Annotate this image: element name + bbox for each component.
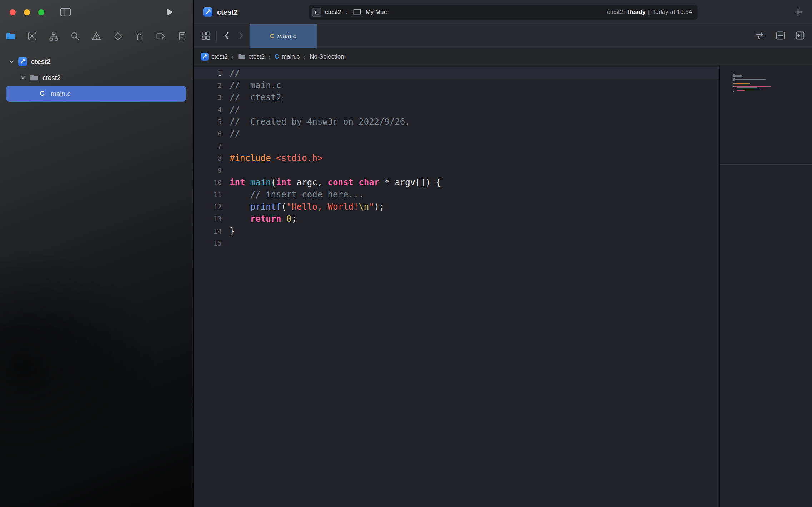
breakpoint-navigator-icon[interactable] bbox=[155, 31, 166, 41]
minimap-line bbox=[733, 75, 742, 76]
minimap-line bbox=[733, 80, 735, 81]
editor-controls bbox=[755, 24, 805, 48]
code-line[interactable]: 11 // insert code here... bbox=[194, 189, 719, 201]
forward-button[interactable] bbox=[237, 31, 245, 42]
code-line[interactable]: 12 printf("Hello, World!\n"); bbox=[194, 201, 719, 213]
status-time: Today at 19:54 bbox=[652, 9, 692, 16]
run-button[interactable] bbox=[166, 8, 174, 16]
tree-row-group[interactable]: ctest2 bbox=[6, 70, 186, 86]
jump-crumb-project[interactable]: ctest2 bbox=[201, 53, 227, 61]
tab-overview-icon[interactable] bbox=[201, 31, 211, 42]
chevron-separator: › bbox=[303, 53, 306, 61]
code-line[interactable]: 4// bbox=[194, 104, 719, 116]
line-number: 1 bbox=[194, 67, 222, 79]
code-line[interactable]: 1// bbox=[194, 67, 719, 79]
report-navigator-icon[interactable] bbox=[177, 31, 187, 41]
code-line[interactable]: 15 bbox=[194, 237, 719, 249]
code-line[interactable]: 3// ctest2 bbox=[194, 91, 719, 104]
test-navigator-icon[interactable] bbox=[112, 31, 123, 41]
add-editor-icon[interactable] bbox=[795, 31, 805, 42]
code-line[interactable]: 5// Created by 4nsw3r on 2022/9/26. bbox=[194, 116, 719, 128]
line-number: 5 bbox=[194, 116, 222, 128]
jump-crumb-selection[interactable]: No Selection bbox=[310, 53, 344, 60]
scheme-target-destination: ctest2 › My Mac bbox=[312, 8, 387, 17]
code-text: // main.c bbox=[222, 79, 281, 91]
crumb-label: main.c bbox=[282, 53, 300, 60]
code-line[interactable]: 14} bbox=[194, 225, 719, 237]
code-line[interactable]: 7 bbox=[194, 140, 719, 152]
code-line[interactable]: 6// bbox=[194, 128, 719, 140]
line-number: 2 bbox=[194, 79, 222, 91]
c-file-icon: C bbox=[37, 90, 47, 97]
chevron-down-icon[interactable] bbox=[9, 59, 15, 64]
line-number: 11 bbox=[194, 189, 222, 201]
window-title: ctest2 bbox=[217, 8, 238, 16]
code-line[interactable]: 9 bbox=[194, 164, 719, 176]
toggle-sidebar-icon[interactable] bbox=[60, 8, 71, 16]
minimap-column bbox=[720, 65, 812, 507]
status-project: ctest2: bbox=[607, 9, 625, 16]
chevron-separator: › bbox=[231, 53, 234, 61]
activity-status: ctest2: Ready | Today at 19:54 bbox=[607, 9, 692, 16]
separator bbox=[216, 31, 217, 41]
jump-crumb-file[interactable]: C main.c bbox=[275, 53, 300, 60]
crumb-label: ctest2 bbox=[249, 53, 265, 60]
scheme-target-label[interactable]: ctest2 bbox=[325, 9, 341, 16]
tree-row-main-c[interactable]: C main.c bbox=[6, 86, 186, 102]
jump-crumb-group[interactable]: ctest2 bbox=[238, 53, 265, 60]
chevron-down-icon[interactable] bbox=[20, 75, 26, 80]
minimap-line bbox=[737, 87, 757, 88]
back-button[interactable] bbox=[222, 31, 231, 42]
code-line[interactable]: 10int main(int argc, const char * argv[]… bbox=[194, 176, 719, 189]
minimize-window-button[interactable] bbox=[24, 9, 30, 15]
jump-bar: ctest2 › ctest2 › C main.c › No Selectio… bbox=[194, 48, 812, 65]
minimap[interactable] bbox=[733, 74, 799, 94]
code-text: printf("Hello, World!\n"); bbox=[222, 201, 385, 213]
debug-navigator-icon[interactable] bbox=[134, 31, 145, 41]
project-app-icon bbox=[203, 7, 212, 17]
code-review-icon[interactable] bbox=[755, 31, 766, 42]
line-number: 4 bbox=[194, 104, 222, 116]
tab-main-c[interactable]: C main.c bbox=[250, 24, 317, 48]
code-line[interactable]: 13 return 0; bbox=[194, 213, 719, 225]
scheme-destination-label[interactable]: My Mac bbox=[366, 9, 387, 16]
code-line[interactable]: 8#include <stdio.h> bbox=[194, 152, 719, 164]
code-text bbox=[222, 237, 230, 249]
project-navigator-icon[interactable] bbox=[5, 31, 16, 41]
folder-icon bbox=[29, 74, 39, 81]
code-area[interactable]: 1//2// main.c3// ctest24//5// Created by… bbox=[194, 65, 720, 507]
minimap-line bbox=[733, 76, 742, 77]
find-navigator-icon[interactable] bbox=[70, 31, 80, 41]
navigator-icon-bar bbox=[0, 24, 193, 48]
source-control-navigator-icon[interactable] bbox=[27, 31, 37, 41]
symbol-navigator-icon[interactable] bbox=[48, 31, 59, 41]
code-text: #include <stdio.h> bbox=[222, 152, 322, 164]
project-file-tree: ctest2 ctest2 C main.c bbox=[0, 48, 193, 102]
minimap-line bbox=[733, 74, 735, 75]
status-divider: | bbox=[648, 9, 650, 16]
terminal-target-icon bbox=[312, 8, 321, 17]
window-controls bbox=[10, 9, 44, 15]
minimap-line bbox=[733, 79, 766, 80]
c-file-icon: C bbox=[270, 33, 274, 40]
code-text: // insert code here... bbox=[222, 189, 364, 201]
add-tab-button[interactable] bbox=[793, 0, 803, 24]
code-text bbox=[222, 164, 230, 176]
tree-item-label: ctest2 bbox=[42, 74, 61, 82]
line-number: 10 bbox=[194, 176, 222, 189]
xcode-window: ctest2 ctest2 C main.c bbox=[0, 0, 812, 507]
tree-row-project[interactable]: ctest2 bbox=[6, 54, 186, 70]
close-window-button[interactable] bbox=[10, 9, 16, 15]
minimap-line bbox=[733, 78, 735, 79]
code-text: // bbox=[222, 67, 240, 79]
minimap-line bbox=[737, 90, 745, 91]
code-line[interactable]: 2// main.c bbox=[194, 79, 719, 91]
editor-options-icon[interactable] bbox=[776, 31, 785, 42]
zoom-window-button[interactable] bbox=[38, 9, 44, 15]
c-file-icon: C bbox=[275, 54, 279, 60]
navigator-sidebar: ctest2 ctest2 C main.c bbox=[0, 0, 194, 507]
issue-navigator-icon[interactable] bbox=[91, 31, 102, 41]
laptop-icon bbox=[352, 9, 362, 16]
scheme-selector[interactable]: ctest2 › My Mac ctest2: Ready | Today at… bbox=[309, 5, 698, 20]
code-text: // Created by 4nsw3r on 2022/9/26. bbox=[222, 116, 410, 128]
